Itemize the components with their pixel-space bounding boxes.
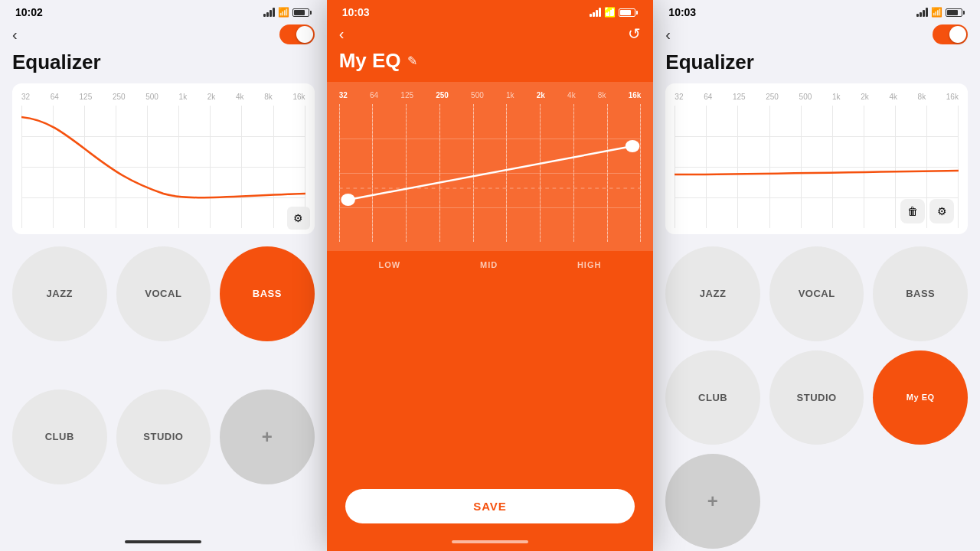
delete-button-3[interactable]: 🗑: [900, 199, 925, 223]
preset-studio-3[interactable]: STUDIO: [769, 350, 864, 445]
status-bar-1: 10:02 📶: [0, 0, 327, 21]
preset-jazz-1[interactable]: JAZZ: [12, 246, 107, 341]
page-title-1: Equalizer: [12, 51, 101, 74]
eq-labels-row-2: LOW MID HIGH: [327, 251, 654, 279]
band-high-label: HIGH: [577, 260, 602, 269]
eq-curve-1: [21, 106, 305, 228]
band-mid-label: MID: [480, 260, 498, 269]
presets-grid-1: JAZZ VOCAL BASS CLUB STUDIO +: [0, 234, 327, 536]
page-title-2: My EQ: [339, 49, 401, 73]
screen2: 10:03 📶 ‹ ↺ My EQ ✎ 32: [327, 0, 654, 551]
home-bar-2: [452, 540, 528, 543]
preset-studio-1[interactable]: STUDIO: [116, 390, 211, 484]
add-preset-button-1[interactable]: +: [220, 390, 315, 484]
freq-labels-2: 32 64 125 250 500 1k 2k 4k 8k 16k: [339, 91, 642, 99]
presets-grid-3: JAZZ VOCAL BASS CLUB STUDIO My EQ +: [653, 234, 980, 551]
home-indicator-1: [0, 536, 327, 551]
toggle-3[interactable]: [933, 24, 968, 44]
svg-line-1: [348, 146, 632, 200]
battery-icon-2: [619, 8, 638, 17]
chart-area-1: [21, 106, 305, 228]
preset-jazz-3[interactable]: JAZZ: [665, 246, 760, 341]
preset-bass-3[interactable]: BASS: [873, 246, 968, 341]
freq-labels-1: 32 64 125 250 500 1k 2k 4k 8k 16k: [21, 93, 305, 101]
reset-button-2[interactable]: ↺: [628, 24, 641, 43]
status-bar-3: 10:03 📶: [653, 0, 980, 21]
nav-title-row-1: Equalizer: [0, 51, 327, 83]
eq-curve-2: [339, 104, 642, 242]
band-low-label: LOW: [379, 260, 401, 269]
preset-vocal-3[interactable]: VOCAL: [769, 246, 864, 341]
time-2: 10:03: [342, 6, 370, 18]
status-icons-3: 📶: [916, 7, 965, 18]
toggle-1[interactable]: [279, 24, 315, 44]
edit-icon-2[interactable]: ✎: [407, 54, 417, 68]
wifi-icon-2: 📶: [604, 7, 616, 18]
signal-icon-3: [916, 8, 928, 17]
save-button[interactable]: SAVE: [345, 489, 635, 523]
screen1: 10:02 📶 ‹ Equalizer 32 6: [0, 0, 327, 551]
add-preset-button-3[interactable]: +: [665, 454, 760, 549]
chart-actions-3: 🗑 ⚙: [900, 199, 954, 223]
back-button-1[interactable]: ‹: [12, 26, 18, 44]
status-bar-2: 10:03 📶: [327, 0, 654, 21]
status-icons-2: 📶: [590, 7, 638, 18]
preset-club-1[interactable]: CLUB: [12, 390, 107, 484]
nav-title-row-3: Equalizer: [653, 51, 980, 83]
eq-chart-3: 32 64 125 250 500 1k 2k 4k 8k 16k: [665, 83, 968, 234]
settings-button-1[interactable]: ⚙: [287, 207, 310, 230]
signal-icon-1: [263, 8, 275, 17]
chart-area-2: [339, 104, 642, 242]
freq-labels-3: 32 64 125 250 500 1k 2k 4k 8k 16k: [675, 93, 959, 101]
eq-chart-1: 32 64 125 250 500 1k 2k 4k 8k 16k: [12, 83, 315, 234]
settings-button-3[interactable]: ⚙: [929, 199, 954, 223]
home-indicator-2: [327, 536, 654, 551]
preset-bass-1[interactable]: BASS: [220, 246, 315, 341]
wifi-icon-3: 📶: [931, 7, 942, 18]
preset-club-3[interactable]: CLUB: [665, 350, 760, 445]
signal-icon-2: [590, 8, 601, 17]
svg-point-3: [625, 140, 639, 152]
status-icons-1: 📶: [263, 7, 312, 18]
back-button-3[interactable]: ‹: [665, 26, 671, 44]
screen3: 10:03 📶 ‹ Equalizer 32 6: [653, 0, 980, 551]
wifi-icon-1: 📶: [278, 7, 289, 18]
time-1: 10:02: [15, 6, 43, 18]
nav-title-row-2: My EQ ✎: [327, 49, 654, 82]
nav-bar-2: ‹ ↺: [327, 21, 654, 49]
save-btn-container: SAVE: [327, 480, 654, 536]
nav-bar-3: ‹: [653, 21, 980, 51]
page-title-3: Equalizer: [665, 51, 754, 74]
preset-vocal-1[interactable]: VOCAL: [116, 246, 211, 341]
battery-icon-1: [292, 8, 312, 17]
chart-area-3: 🗑 ⚙: [675, 106, 959, 228]
svg-point-2: [341, 194, 355, 206]
preset-myeq-3[interactable]: My EQ: [873, 350, 968, 445]
back-button-2[interactable]: ‹: [339, 25, 345, 43]
home-bar-1: [125, 540, 201, 543]
battery-icon-3: [946, 8, 965, 17]
nav-bar-1: ‹: [0, 21, 327, 51]
time-3: 10:03: [668, 6, 696, 18]
eq-chart-2: 32 64 125 250 500 1k 2k 4k 8k 16k: [327, 82, 654, 251]
